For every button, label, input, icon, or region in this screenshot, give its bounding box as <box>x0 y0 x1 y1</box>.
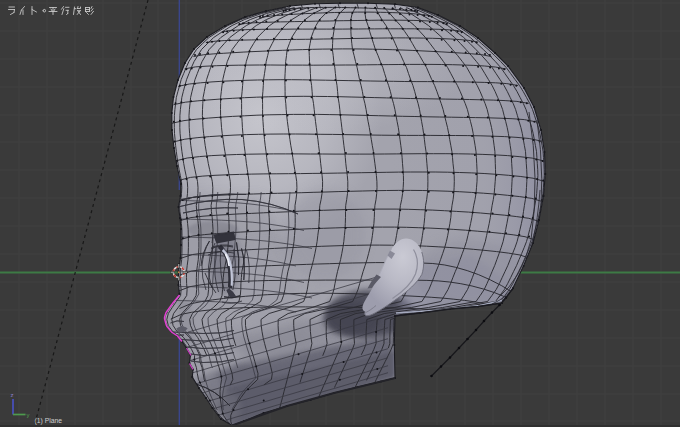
svg-text:(1) Plane: (1) Plane <box>35 417 63 425</box>
svg-text:z: z <box>11 392 14 398</box>
svg-text:y: y <box>27 412 30 418</box>
